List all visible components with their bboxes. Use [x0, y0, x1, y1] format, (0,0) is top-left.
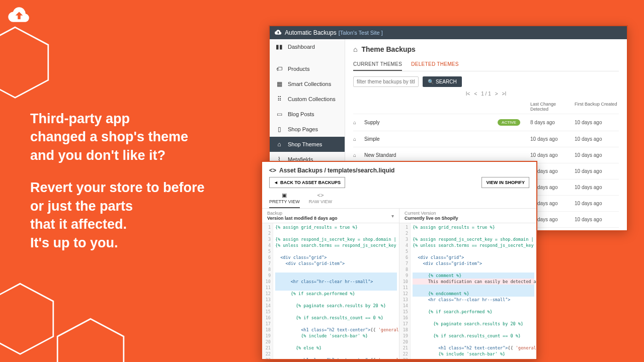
- breadcrumb: <> Asset Backups / templates/search.liqu…: [262, 162, 536, 177]
- search-button[interactable]: 🔍SEARCH: [423, 76, 462, 87]
- chevron-down-icon: ▾: [391, 213, 394, 219]
- tab-current-themes[interactable]: CURRENT THEMES: [353, 58, 402, 71]
- theme-name: New Standard: [364, 152, 530, 158]
- diff-left: 1 2 3 4 5 6 7 8 9 10 11 12 13 14 15 16 1…: [262, 223, 399, 359]
- code-icon: <>: [317, 192, 324, 198]
- promo-text: Third-party app changed a shop's theme a…: [30, 110, 205, 266]
- image-icon: ▣: [282, 192, 287, 199]
- filter-input[interactable]: [353, 76, 419, 87]
- pager-prev-icon[interactable]: <: [474, 91, 477, 97]
- sidebar-item-custom-collections[interactable]: ⠿Custom Collections: [270, 92, 345, 107]
- table-row[interactable]: ⌂ Supply ACTIVE 8 days ago 10 days ago: [353, 114, 619, 131]
- status-badge: ACTIVE: [498, 119, 520, 126]
- tag-icon: 🏷: [276, 65, 283, 72]
- sidebar-item-shop-themes[interactable]: ⌂Shop Themes: [270, 137, 345, 152]
- page-icon: ▯: [276, 126, 283, 133]
- diff-view: 1 2 3 4 5 6 7 8 9 10 11 12 13 14 15 16 1…: [262, 223, 536, 359]
- sidebar-item-dashboard[interactable]: ▮▮Dashboard: [270, 39, 345, 54]
- cloud-icon: [275, 29, 282, 37]
- search-icon: 🔍: [428, 79, 434, 84]
- app-title: Automatic Backups: [285, 29, 337, 36]
- page-indicator: 1 / 1: [481, 91, 491, 97]
- back-button[interactable]: ◄BACK TO ASSET BACKUPS: [269, 177, 345, 188]
- sidebar-item-products[interactable]: 🏷Products: [270, 61, 345, 76]
- current-version-header: Current VersionCurrently live on Shopify: [399, 209, 536, 223]
- sidebar-item-blog-posts[interactable]: ▭Blog Posts: [270, 107, 345, 122]
- pager-last-icon[interactable]: >I: [502, 91, 507, 97]
- asset-backups-window: <> Asset Backups / templates/search.liqu…: [261, 161, 537, 360]
- pager-first-icon[interactable]: I<: [466, 91, 470, 97]
- grid-icon: ▦: [276, 80, 283, 87]
- tab-pretty-view[interactable]: ▣PRETTY VIEW: [269, 192, 300, 208]
- site-name: [Talon's Test Site ]: [339, 30, 383, 36]
- window-header: Automatic Backups [Talon's Test Site ]: [270, 26, 627, 39]
- apps-icon: ⠿: [276, 96, 283, 103]
- backup-version-selector[interactable]: BackupVersion last modified 8 days ago ▾: [262, 209, 399, 223]
- arrow-left-icon: ◄: [274, 180, 278, 185]
- chat-icon: ▭: [276, 111, 283, 118]
- svg-marker-0: [0, 27, 48, 98]
- sidebar-item-shop-pages[interactable]: ▯Shop Pages: [270, 122, 345, 137]
- store-icon: ⌂: [353, 120, 364, 125]
- theme-name: Simple: [364, 136, 530, 142]
- code-icon: <>: [269, 167, 276, 174]
- theme-name: Supply: [364, 120, 498, 125]
- pagination: I< < 1 / 1 > >I: [353, 91, 619, 97]
- table-header: Last Change Detected First Backup Create…: [353, 100, 619, 114]
- diff-right: 1 2 3 4 5 6 7 8 9 10 11 12 13 14 15 16 1…: [399, 223, 536, 359]
- tab-raw-view[interactable]: <>RAW VIEW: [309, 192, 332, 208]
- svg-marker-1: [0, 284, 53, 354]
- tab-deleted-themes[interactable]: DELETED THEMES: [411, 58, 459, 71]
- store-icon: ⌂: [353, 136, 364, 142]
- cloud-upload-icon: [8, 6, 30, 25]
- page-title: ⌂Theme Backups: [353, 45, 619, 53]
- sidebar-item-smart-collections[interactable]: ▦Smart Collections: [270, 76, 345, 92]
- bar-chart-icon: ▮▮: [276, 43, 283, 50]
- pager-next-icon[interactable]: >: [495, 91, 498, 97]
- store-icon: ⌂: [276, 141, 283, 148]
- store-icon: ⌂: [353, 45, 357, 53]
- svg-marker-2: [57, 319, 124, 362]
- view-in-shopify-button[interactable]: VIEW IN SHOPIFY: [481, 177, 529, 188]
- table-row[interactable]: ⌂ Simple 10 days ago 10 days ago: [353, 131, 619, 147]
- store-icon: ⌂: [353, 152, 364, 158]
